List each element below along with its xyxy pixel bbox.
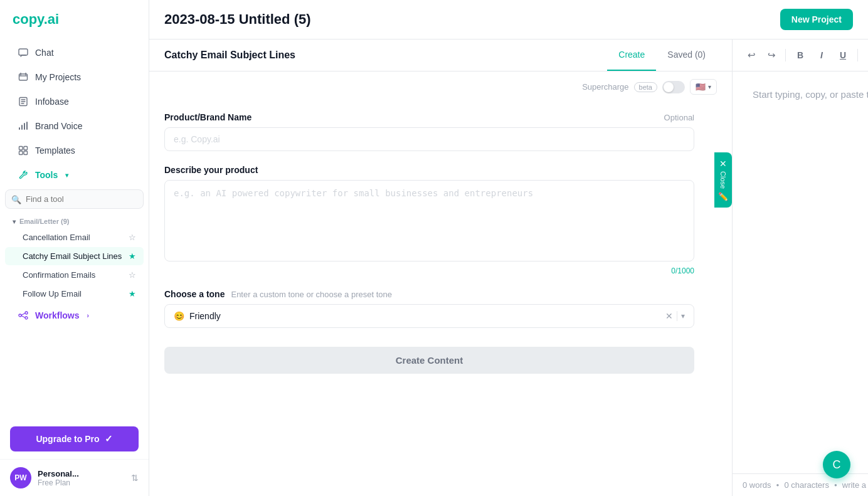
tone-emoji: 😊 bbox=[174, 311, 184, 321]
form-panel-header: Catchy Email Subject Lines Create Saved … bbox=[149, 40, 732, 71]
redo-button[interactable]: ↪ bbox=[763, 46, 780, 64]
search-input[interactable] bbox=[5, 189, 144, 209]
product-brand-name-input[interactable] bbox=[164, 127, 694, 151]
svg-rect-5 bbox=[24, 123, 25, 130]
supercharge-area: Supercharge beta 🇺🇸 ▾ bbox=[149, 71, 732, 100]
svg-rect-10 bbox=[24, 151, 28, 155]
describe-product-textarea[interactable] bbox=[164, 180, 694, 261]
tone-value: Friendly bbox=[189, 311, 221, 321]
svg-point-13 bbox=[25, 317, 28, 319]
undo-button[interactable]: ↩ bbox=[743, 46, 760, 64]
main-content: 2023-08-15 Untitled (5) New Project Catc… bbox=[149, 0, 868, 496]
topbar: 2023-08-15 Untitled (5) New Project bbox=[149, 0, 868, 40]
sidebar-item-brand-voice-label: Brand Voice bbox=[35, 121, 83, 131]
product-brand-name-label: Product/Brand Name Optional bbox=[164, 112, 694, 122]
svg-rect-8 bbox=[24, 147, 28, 150]
category-collapse-icon[interactable]: ▾ bbox=[13, 218, 16, 225]
tone-label-row: Choose a tone Enter a custom tone or cho… bbox=[164, 289, 694, 299]
sidebar-item-templates[interactable]: Templates bbox=[5, 139, 144, 162]
chat-fab-button[interactable]: C bbox=[823, 451, 850, 478]
toolbar-separator-2 bbox=[857, 49, 858, 61]
user-plan: Free Plan bbox=[38, 478, 79, 487]
workflows-label: Workflows bbox=[35, 310, 80, 320]
tool-item-catchy-email-subject-lines[interactable]: Catchy Email Subject Lines ★ bbox=[5, 247, 144, 265]
word-count: 0 words bbox=[743, 480, 771, 490]
editor-content[interactable]: Start typing, copy, or paste to get star… bbox=[733, 71, 868, 473]
sidebar-item-my-projects[interactable]: My Projects bbox=[5, 65, 144, 89]
sidebar-item-chat-label: Chat bbox=[35, 48, 54, 58]
tone-selector[interactable]: 😊 Friendly ✕ ▾ bbox=[164, 304, 694, 328]
svg-rect-7 bbox=[19, 147, 23, 150]
bold-button[interactable]: B bbox=[791, 46, 810, 65]
create-content-button[interactable]: Create Content bbox=[164, 347, 694, 374]
tools-chevron-icon: ▾ bbox=[65, 172, 68, 179]
underline-button[interactable]: U bbox=[834, 46, 852, 65]
star-icon[interactable]: ☆ bbox=[129, 233, 136, 242]
sidebar-item-templates-label: Templates bbox=[35, 145, 75, 156]
sidebar-item-infobase-label: Infobase bbox=[35, 97, 69, 107]
supercharge-toggle[interactable] bbox=[662, 81, 685, 93]
category-label: Email/Letter (9) bbox=[19, 218, 69, 225]
project-title: 2023-08-15 Untitled (5) bbox=[164, 11, 311, 28]
user-info[interactable]: PW Personal... Free Plan ⇅ bbox=[0, 459, 149, 496]
sidebar-item-infobase[interactable]: Infobase bbox=[5, 90, 144, 113]
svg-rect-9 bbox=[19, 151, 23, 155]
close-panel-button[interactable]: ✕ Close ✏️ bbox=[714, 152, 732, 208]
tool-search-container: 🔍 bbox=[5, 189, 144, 209]
star-icon-active[interactable]: ★ bbox=[129, 251, 136, 261]
lang-chevron-icon: ▾ bbox=[708, 83, 711, 90]
tab-create[interactable]: Create bbox=[607, 40, 656, 71]
supercharge-label: Supercharge bbox=[582, 82, 628, 92]
char-count: 0/1000 bbox=[164, 266, 694, 275]
user-name: Personal... bbox=[38, 469, 79, 478]
tool-item-cancellation-email[interactable]: Cancellation Email ☆ bbox=[5, 228, 144, 246]
sidebar: copy.ai Chat My Projects Infobase bbox=[0, 0, 149, 496]
infobase-icon bbox=[18, 96, 29, 107]
hint-text: write a few more words bbox=[842, 480, 868, 490]
form-panel-title: Catchy Email Subject Lines bbox=[164, 40, 295, 71]
sidebar-item-workflows[interactable]: Workflows › bbox=[5, 303, 144, 327]
tone-clear-button[interactable]: ✕ bbox=[665, 311, 673, 321]
italic-button[interactable]: I bbox=[812, 46, 831, 65]
optional-tag: Optional bbox=[664, 113, 694, 122]
search-icon: 🔍 bbox=[11, 194, 21, 204]
char-count-footer: 0 characters bbox=[784, 480, 829, 490]
svg-rect-6 bbox=[26, 122, 28, 130]
tone-divider bbox=[677, 311, 677, 321]
sidebar-item-chat[interactable]: Chat bbox=[5, 41, 144, 65]
star-icon[interactable]: ☆ bbox=[129, 270, 136, 280]
tools-label: Tools bbox=[35, 170, 58, 180]
new-project-button[interactable]: New Project bbox=[780, 9, 853, 30]
tool-item-follow-up-email[interactable]: Follow Up Email ★ bbox=[5, 285, 144, 303]
sidebar-item-tools[interactable]: Tools ▾ bbox=[5, 163, 144, 187]
projects-icon bbox=[18, 71, 29, 83]
language-selector[interactable]: 🇺🇸 ▾ bbox=[690, 79, 717, 95]
tone-label: Choose a tone bbox=[164, 289, 225, 299]
editor-placeholder: Start typing, copy, or paste to get star… bbox=[753, 89, 868, 100]
tone-hint: Enter a custom tone or choose a preset t… bbox=[231, 290, 392, 299]
sidebar-item-projects-label: My Projects bbox=[35, 72, 81, 82]
upgrade-button[interactable]: Upgrade to Pro ✓ bbox=[10, 426, 139, 451]
content-area: Catchy Email Subject Lines Create Saved … bbox=[149, 40, 868, 496]
h1-button[interactable]: H1 bbox=[863, 46, 868, 65]
describe-product-label: Describe your product bbox=[164, 165, 694, 175]
form-tabs: Create Saved (0) bbox=[607, 40, 717, 71]
close-icon: ✕ bbox=[719, 159, 727, 169]
tool-item-label: Confirmation Emails bbox=[23, 270, 95, 280]
logo: copy.ai bbox=[0, 0, 149, 38]
beta-badge: beta bbox=[634, 82, 657, 92]
user-details: Personal... Free Plan bbox=[38, 469, 79, 487]
svg-point-11 bbox=[19, 314, 21, 317]
tool-item-confirmation-emails[interactable]: Confirmation Emails ☆ bbox=[5, 266, 144, 284]
workflows-icon bbox=[18, 310, 29, 321]
brand-voice-icon bbox=[18, 120, 29, 132]
language-flag: 🇺🇸 bbox=[696, 82, 706, 92]
form-scroll: Product/Brand Name Optional Describe you… bbox=[149, 100, 732, 496]
svg-rect-3 bbox=[19, 127, 20, 130]
toolbar-left: ↩ ↪ B I U H1 H2 H3 ••• bbox=[743, 46, 868, 65]
sidebar-item-brand-voice[interactable]: Brand Voice bbox=[5, 114, 144, 138]
tab-saved[interactable]: Saved (0) bbox=[656, 40, 717, 71]
star-icon-active[interactable]: ★ bbox=[129, 289, 136, 298]
tone-actions: ✕ ▾ bbox=[665, 311, 685, 321]
tool-list: Cancellation Email ☆ Catchy Email Subjec… bbox=[0, 228, 149, 303]
